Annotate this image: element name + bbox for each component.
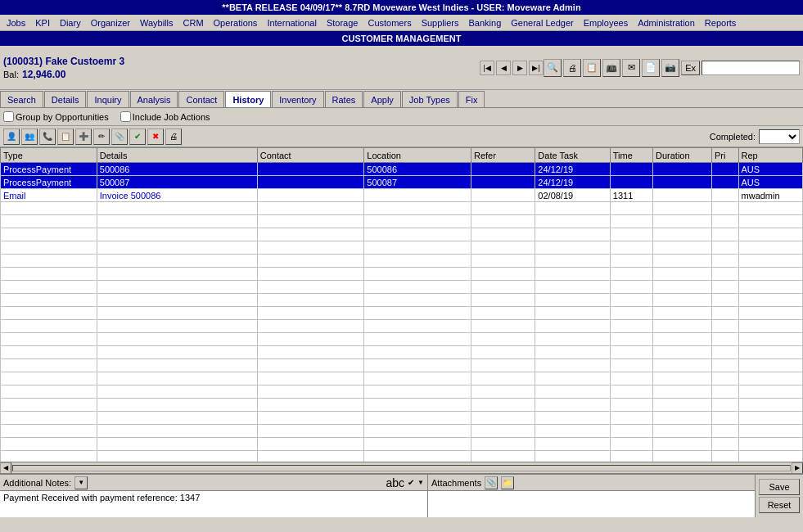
table-row[interactable]: ProcessPayment50008650008624/12/19AUS xyxy=(1,163,803,176)
action-btn-9[interactable]: ✖ xyxy=(147,128,164,145)
attachments-content xyxy=(428,491,755,517)
tab-job-types[interactable]: Job Types xyxy=(402,91,458,107)
attach-download-button[interactable]: 📁 xyxy=(501,476,514,489)
col-header-pri[interactable]: Pri xyxy=(711,148,738,163)
action-btn-5[interactable]: ➕ xyxy=(75,128,92,145)
tab-search[interactable]: Search xyxy=(0,91,43,107)
menu-administration[interactable]: Administration xyxy=(633,17,700,29)
email-icon-btn[interactable]: ✉ xyxy=(622,59,640,77)
col-header-type[interactable]: Type xyxy=(1,148,97,163)
menu-operations[interactable]: Operations xyxy=(209,17,263,29)
table-cell-5: 24/12/19 xyxy=(535,176,610,189)
table-row[interactable]: EmailInvoice 50008602/08/191311mwadmin xyxy=(1,189,803,202)
action-btn-6[interactable]: ✏ xyxy=(93,128,110,145)
menu-international[interactable]: International xyxy=(262,17,322,29)
action-btn-7[interactable]: 📎 xyxy=(111,128,128,145)
include-job-actions-checkbox[interactable] xyxy=(120,111,131,122)
col-header-location[interactable]: Location xyxy=(364,148,471,163)
action-btn-4[interactable]: 📋 xyxy=(57,128,74,145)
group-by-opportunities-text: Group by Opportunities xyxy=(16,112,109,122)
col-header-time[interactable]: Time xyxy=(610,148,652,163)
table-cell-empty xyxy=(711,255,738,268)
section-header: CUSTOMER MANAGEMENT xyxy=(0,31,803,46)
copy-icon-btn[interactable]: 📋 xyxy=(583,59,601,77)
table-cell-empty xyxy=(653,281,712,294)
ex-button[interactable]: Ex xyxy=(681,61,700,75)
tab-details[interactable]: Details xyxy=(44,91,87,107)
print-icon-btn[interactable]: 🖨 xyxy=(563,59,581,77)
customer-search-input[interactable] xyxy=(701,61,800,75)
menu-general-ledger[interactable]: General Ledger xyxy=(506,17,578,29)
action-btn-1[interactable]: 👤 xyxy=(3,128,20,145)
col-header-contact[interactable]: Contact xyxy=(257,148,364,163)
camera-icon-btn[interactable]: 📷 xyxy=(661,59,679,77)
menu-crm[interactable]: CRM xyxy=(178,17,209,29)
menu-reports[interactable]: Reports xyxy=(700,17,742,29)
include-job-actions-label[interactable]: Include Job Actions xyxy=(120,111,210,122)
menu-customers[interactable]: Customers xyxy=(363,17,416,29)
notes-dropdown-button[interactable]: ▼ xyxy=(74,476,88,489)
menu-organizer[interactable]: Organizer xyxy=(86,17,135,29)
tab-rates[interactable]: Rates xyxy=(325,91,363,107)
col-header-refer[interactable]: Refer xyxy=(471,148,535,163)
table-cell-empty xyxy=(257,255,364,268)
doc-icon-btn[interactable]: 📄 xyxy=(642,59,660,77)
menu-jobs[interactable]: Jobs xyxy=(2,17,30,29)
menu-storage[interactable]: Storage xyxy=(322,17,363,29)
table-cell-empty xyxy=(364,215,471,228)
scroll-left-button[interactable]: ◀ xyxy=(0,462,11,474)
table-cell-empty xyxy=(711,228,738,241)
menu-employees[interactable]: Employees xyxy=(579,17,633,29)
nav-first-button[interactable]: |◀ xyxy=(480,61,494,75)
menu-banking[interactable]: Banking xyxy=(464,17,507,29)
table-cell-empty xyxy=(535,385,610,399)
attach-upload-button[interactable]: 📎 xyxy=(485,476,498,489)
table-cell-empty xyxy=(653,215,712,228)
action-btn-8[interactable]: ✔ xyxy=(129,128,146,145)
col-header-details[interactable]: Details xyxy=(97,148,257,163)
group-by-opportunities-label[interactable]: Group by Opportunities xyxy=(3,111,109,122)
menu-diary[interactable]: Diary xyxy=(55,17,86,29)
table-cell-empty xyxy=(711,268,738,281)
tab-inquiry[interactable]: Inquiry xyxy=(87,91,129,107)
nav-last-button[interactable]: ▶| xyxy=(529,61,544,75)
menu-waybills[interactable]: Waybills xyxy=(135,17,178,29)
tab-history[interactable]: History xyxy=(225,91,271,107)
action-btn-2[interactable]: 👥 xyxy=(21,128,38,145)
table-cell-empty xyxy=(535,320,610,333)
group-by-opportunities-checkbox[interactable] xyxy=(3,111,14,122)
tab-contact[interactable]: Contact xyxy=(178,91,224,107)
menu-suppliers[interactable]: Suppliers xyxy=(417,17,464,29)
scroll-right-button[interactable]: ▶ xyxy=(792,462,803,474)
col-header-datetask[interactable]: Date Task xyxy=(535,148,610,163)
tab-apply[interactable]: Apply xyxy=(363,91,401,107)
title-bar: **BETA RELEASE 04/09/17** 8.7RD Moveware… xyxy=(0,0,803,15)
menu-kpi[interactable]: KPI xyxy=(30,17,55,29)
action-btn-3[interactable]: 📞 xyxy=(39,128,56,145)
table-cell-empty xyxy=(738,307,802,320)
action-btn-10[interactable]: 🖨 xyxy=(165,128,182,145)
completed-select[interactable]: Yes No xyxy=(759,129,800,144)
save-button[interactable]: Save xyxy=(759,479,800,495)
tab-inventory[interactable]: Inventory xyxy=(272,91,323,107)
col-header-duration[interactable]: Duration xyxy=(653,148,712,163)
nav-next-button[interactable]: ▶ xyxy=(512,61,527,75)
nav-prev-button[interactable]: ◀ xyxy=(496,61,511,75)
fax-icon-btn[interactable]: 📠 xyxy=(602,59,620,77)
table-cell-empty xyxy=(471,294,535,307)
tab-analysis[interactable]: Analysis xyxy=(130,91,178,107)
customer-balance-row: Bal: 12,946.00 xyxy=(3,69,471,80)
search-icon-btn[interactable]: 🔍 xyxy=(544,59,562,77)
table-cell-empty xyxy=(610,307,652,320)
table-row[interactable]: ProcessPayment50008750008724/12/19AUS xyxy=(1,176,803,189)
reset-button[interactable]: Reset xyxy=(759,497,800,513)
tab-fix[interactable]: Fix xyxy=(458,91,485,107)
table-cell-empty xyxy=(535,228,610,241)
table-cell-empty xyxy=(97,412,257,425)
table-cell-empty xyxy=(653,202,712,215)
scroll-track[interactable] xyxy=(12,465,791,471)
table-cell-empty xyxy=(97,385,257,399)
col-header-rep[interactable]: Rep xyxy=(738,148,802,163)
table-cell-empty xyxy=(653,372,712,385)
table-cell-empty xyxy=(653,228,712,241)
